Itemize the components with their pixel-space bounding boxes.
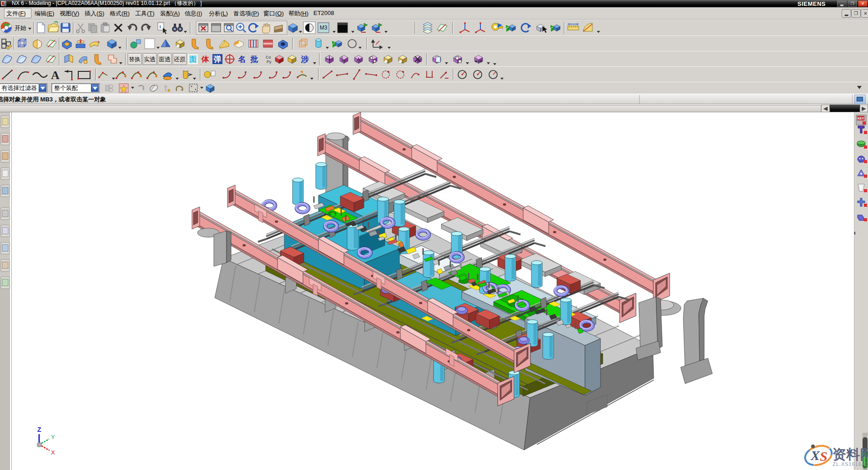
svg-text:实透: 实透 <box>144 56 156 63</box>
svg-text:X: X <box>810 448 820 463</box>
svg-text:A: A <box>51 69 60 82</box>
svg-text:开始: 开始 <box>15 25 26 31</box>
svg-text:替换: 替换 <box>129 56 141 63</box>
svg-text:ZL.XS1616.COM: ZL.XS1616.COM <box>833 461 868 467</box>
svg-text:弹: 弹 <box>214 55 222 64</box>
svg-text:批: 批 <box>250 55 258 64</box>
svg-text:涉: 涉 <box>301 55 309 64</box>
svg-text:X: X <box>51 449 55 456</box>
svg-text:面透: 面透 <box>159 56 171 63</box>
svg-text:KEY: KEY <box>858 117 864 120</box>
svg-text:Y: Y <box>51 434 55 440</box>
svg-text:名: 名 <box>238 55 246 64</box>
svg-text:Z: Z <box>37 426 41 433</box>
svg-text:M3: M3 <box>320 25 328 31</box>
svg-text:体: 体 <box>201 55 210 64</box>
svg-text:面: 面 <box>189 55 197 64</box>
svg-text:还原: 还原 <box>174 56 186 63</box>
svg-text:S: S <box>820 449 828 464</box>
svg-text:Co: Co <box>266 55 271 60</box>
svg-text:资料网: 资料网 <box>833 447 868 462</box>
svg-text:i: i <box>159 24 161 29</box>
svg-text:Py: Py <box>267 60 272 64</box>
